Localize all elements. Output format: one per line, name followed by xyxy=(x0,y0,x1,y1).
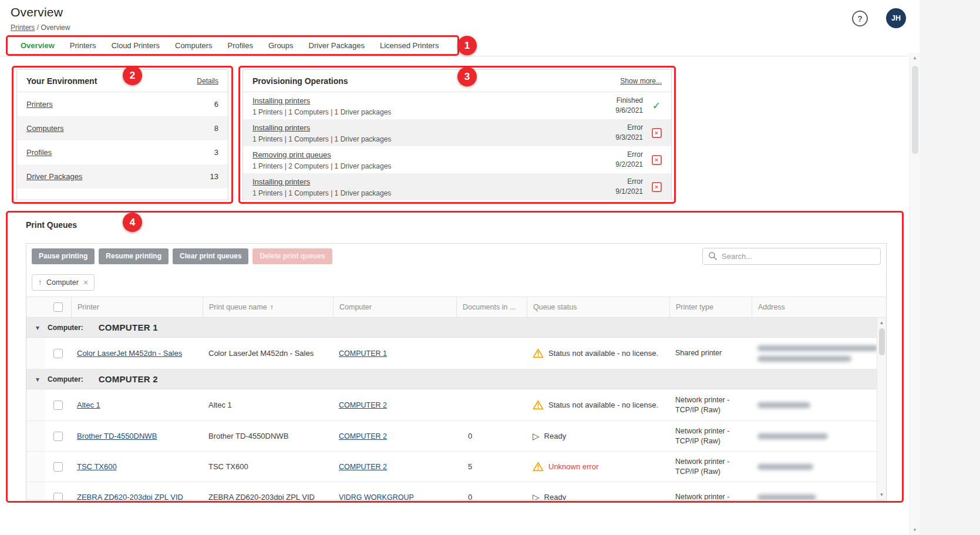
provisioning-row-subtitle: 1 Printers | 1 Computers | 1 Driver pack… xyxy=(252,108,615,117)
provisioning-operation-link[interactable]: Installing printers xyxy=(252,96,310,105)
printer-link[interactable]: Altec 1 xyxy=(77,401,100,409)
col-queue-status[interactable]: Queue status xyxy=(527,297,669,317)
chip-remove-icon[interactable]: × xyxy=(83,278,88,287)
queue-name: Color LaserJet M452dn - Sales xyxy=(208,349,314,358)
provisioning-row-subtitle: 1 Printers | 2 Computers | 1 Driver pack… xyxy=(252,162,615,171)
provisioning-row-status: Error 9/1/2021 xyxy=(615,177,643,197)
computer-link[interactable]: VIDRG WORKGROUP xyxy=(339,493,414,501)
scroll-up-icon[interactable]: ▲ xyxy=(877,320,886,325)
row-checkbox[interactable] xyxy=(53,432,63,441)
provisioning-operations-card: Provisioning Operations Show more... Ins… xyxy=(243,69,672,200)
collapse-icon[interactable]: ▾ xyxy=(36,375,46,383)
computer-link[interactable]: COMPUTER 1 xyxy=(339,349,387,358)
col-printer[interactable]: Printer xyxy=(71,297,203,317)
provisioning-row-main: Installing printers 1 Printers | 1 Compu… xyxy=(252,95,615,117)
documents-count: 0 xyxy=(468,493,472,500)
group-by-computer-chip[interactable]: ↑ Computer × xyxy=(32,274,95,291)
provisioning-operation-link[interactable]: Removing print queues xyxy=(252,150,331,159)
avatar[interactable]: JH xyxy=(886,8,906,28)
header-check-cell xyxy=(45,297,71,317)
col-computer[interactable]: Computer xyxy=(333,297,456,317)
help-button[interactable]: ? xyxy=(852,11,868,26)
group-name: COMPUTER 2 xyxy=(99,374,158,384)
tab-overview[interactable]: Overview xyxy=(13,36,62,56)
status-text: Finished xyxy=(615,96,643,106)
tab-printers[interactable]: Printers xyxy=(62,36,104,56)
printer-type-text: Network printer - TCP/IP (Raw) xyxy=(675,395,746,415)
provisioning-operation-link[interactable]: Installing printers xyxy=(252,123,310,132)
scrollbar-thumb[interactable] xyxy=(879,328,885,355)
env-link-computers[interactable]: Computers xyxy=(26,124,64,133)
scroll-down-icon[interactable]: ▼ xyxy=(910,527,920,533)
table-row: Brother TD-4550DNWB Brother TD-4550DNWB … xyxy=(26,421,886,452)
breadcrumb-link-printers[interactable]: Printers xyxy=(11,23,35,32)
env-row-profiles: Profiles 3 xyxy=(17,140,228,164)
error-x-icon: × xyxy=(652,155,662,165)
printer-link[interactable]: Brother TD-4550DNWB xyxy=(77,432,157,440)
table-header: Printer Print queue name↑ Computer Docum… xyxy=(26,297,886,318)
tab-profiles[interactable]: Profiles xyxy=(220,36,261,56)
page-title: Overview xyxy=(11,5,63,19)
breadcrumb: Printers / Overview xyxy=(11,23,70,32)
computer-link[interactable]: COMPUTER 2 xyxy=(339,401,387,409)
page-margin xyxy=(920,0,980,535)
tab-groups[interactable]: Groups xyxy=(261,36,301,56)
chip-label: Computer xyxy=(46,278,79,287)
tab-computers[interactable]: Computers xyxy=(167,36,220,56)
provisioning-row: Installing printers 1 Printers | 1 Compu… xyxy=(243,119,671,146)
env-link-driver-packages[interactable]: Driver Packages xyxy=(26,172,82,181)
env-count-driver-packages: 13 xyxy=(210,172,218,181)
col-printer-type[interactable]: Printer type xyxy=(669,297,752,317)
env-count-computers: 8 xyxy=(214,124,218,133)
table-scrollbar[interactable]: ▲ ▼ xyxy=(877,318,886,500)
print-queues-toolbar: Pause printing Resume printing Clear pri… xyxy=(26,244,886,268)
col-label: Documents in ... xyxy=(463,303,516,311)
env-row-printers: Printers 6 xyxy=(17,92,228,116)
search-input[interactable] xyxy=(722,252,875,261)
scrollbar-thumb[interactable] xyxy=(912,66,918,154)
warning-icon xyxy=(533,462,544,472)
queue-status-text: Status not available - no license. xyxy=(548,401,658,409)
delete-print-queues-button[interactable]: Delete print queues xyxy=(252,248,332,264)
scroll-up-icon[interactable]: ▲ xyxy=(910,55,920,60)
collapse-icon[interactable]: ▾ xyxy=(36,324,46,332)
provisioning-operation-link[interactable]: Installing printers xyxy=(252,177,310,186)
env-link-profiles[interactable]: Profiles xyxy=(26,148,52,157)
row-checkbox[interactable] xyxy=(53,462,63,472)
col-documents[interactable]: Documents in ... xyxy=(456,297,527,317)
tab-driver-packages[interactable]: Driver Packages xyxy=(301,36,372,56)
clear-print-queues-button[interactable]: Clear print queues xyxy=(173,248,248,264)
select-all-checkbox[interactable] xyxy=(53,302,63,312)
printer-type-text: Shared printer xyxy=(675,348,722,358)
printer-type-text: Network printer - TCP/IP (Raw) xyxy=(675,426,746,446)
env-link-printers[interactable]: Printers xyxy=(26,100,53,109)
tab-cloud-printers[interactable]: Cloud Printers xyxy=(104,36,167,56)
tab-licensed-printers[interactable]: Licensed Printers xyxy=(372,36,446,56)
computer-link[interactable]: COMPUTER 2 xyxy=(339,432,387,440)
redacted-address xyxy=(757,494,816,500)
app-root: Overview Printers / Overview ? JH Overvi… xyxy=(0,0,980,535)
environment-title: Your Environment xyxy=(26,76,97,86)
col-label: Queue status xyxy=(533,303,577,311)
scroll-down-icon[interactable]: ▼ xyxy=(877,492,886,497)
resume-printing-button[interactable]: Resume printing xyxy=(99,248,169,264)
col-print-queue-name[interactable]: Print queue name↑ xyxy=(203,297,333,317)
ready-icon: ▷ xyxy=(533,431,540,442)
show-more-link[interactable]: Show more... xyxy=(620,77,662,85)
page-scrollbar[interactable]: ▲ ▼ xyxy=(910,53,920,535)
row-checkbox[interactable] xyxy=(53,401,63,410)
status-text: Error xyxy=(615,123,643,133)
col-address[interactable]: Address xyxy=(752,297,886,317)
error-x-icon: × xyxy=(652,182,662,192)
row-checkbox[interactable] xyxy=(53,493,63,501)
pause-printing-button[interactable]: Pause printing xyxy=(32,248,95,264)
printer-link[interactable]: Color LaserJet M452dn - Sales xyxy=(77,349,182,358)
provisioning-row-subtitle: 1 Printers | 1 Computers | 1 Driver pack… xyxy=(252,135,615,144)
row-checkbox[interactable] xyxy=(53,349,63,358)
computer-link[interactable]: COMPUTER 2 xyxy=(339,463,387,471)
printer-link[interactable]: ZEBRA ZD620-203dpi ZPL VID xyxy=(77,493,183,500)
warning-icon xyxy=(533,400,544,410)
search-box xyxy=(702,248,881,265)
printer-link[interactable]: TSC TX600 xyxy=(77,462,117,471)
environment-details-link[interactable]: Details xyxy=(197,77,218,85)
